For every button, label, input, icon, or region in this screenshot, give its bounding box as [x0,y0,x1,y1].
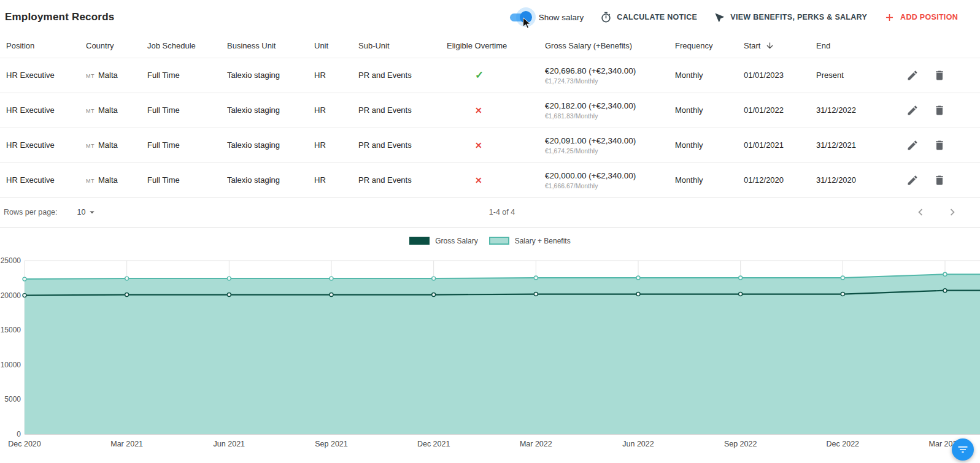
calculate-notice-button[interactable]: CALCULATE NOTICE [600,12,697,23]
cell-business-unit: Talexio staging [222,93,309,128]
column-header-business-unit[interactable]: Business Unit [222,34,309,58]
delete-position-button[interactable] [933,69,946,82]
country-code: MT [86,73,95,79]
calculate-notice-label: CALCULATE NOTICE [617,13,697,21]
cell-unit: HR [309,93,353,128]
edit-position-button[interactable] [906,139,919,151]
column-header-label: Unit [314,41,328,50]
cell-frequency: Monthly [670,163,739,197]
column-header-end[interactable]: End [811,34,884,58]
salary-chart-section: Gross Salary Salary + Benefits 050001000… [0,228,980,462]
delete-position-button[interactable] [933,174,946,186]
delete-trash-icon [933,174,946,186]
column-header-label: End [816,41,830,50]
edit-pencil-icon [906,139,919,151]
cell-frequency: Monthly [670,128,739,163]
legend-item-gross-salary: Gross Salary [409,237,477,245]
next-page-button[interactable] [946,205,959,219]
cross-icon: ✕ [475,175,482,185]
rows-per-page-select[interactable]: 10 [74,206,102,218]
edit-pencil-icon [906,69,919,82]
delete-position-button[interactable] [933,104,946,117]
cross-icon: ✕ [475,105,482,115]
cell-end: 31/12/2022 [811,93,884,128]
gross-salary-value: €20,000.00 (+€2,340.00) [545,171,665,180]
column-header-start[interactable]: Start [739,34,811,58]
cross-icon: ✕ [475,140,482,150]
delete-trash-icon [933,69,946,82]
legend-item-salary-benefits: Salary + Benefits [489,237,571,245]
svg-text:Mar 2021: Mar 2021 [110,440,143,448]
pagination-range: 1-4 of 4 [489,208,515,216]
cell-eligible-overtime: ✕ [442,163,540,197]
svg-text:Dec 2021: Dec 2021 [417,440,450,448]
column-header-sub-unit[interactable]: Sub-Unit [353,34,442,58]
svg-text:Mar 2022: Mar 2022 [520,440,552,448]
column-header-label: Sub-Unit [358,41,390,50]
column-header-position[interactable]: Position [0,34,81,58]
view-benefits-button[interactable]: VIEW BENEFITS, PERKS & SALARY [714,12,867,23]
legend-swatch-gross [409,237,430,245]
show-salary-toggle[interactable] [509,11,532,23]
table-row: HR ExecutiveMTMaltaFull TimeTalexio stag… [0,128,980,163]
column-header-actions[interactable] [884,34,980,58]
cell-job-schedule: Full Time [142,163,222,197]
delete-position-button[interactable] [933,139,946,151]
cell-unit: HR [309,128,353,163]
cell-actions [884,93,980,128]
delete-trash-icon [933,104,946,117]
monthly-salary-value: €1,666.67/Monthly [545,182,665,189]
table-row: HR ExecutiveMTMaltaFull TimeTalexio stag… [0,163,980,197]
column-header-label: Business Unit [227,41,276,50]
timer-icon [600,12,612,23]
add-position-button[interactable]: ADD POSITION [884,12,958,23]
svg-text:10000: 10000 [1,360,21,369]
topbar: Employment Records Show salary CALCULATE… [0,0,980,34]
pagination-bar: Rows per page: 10 1-4 of 4 [0,198,980,228]
country-code: MT [86,143,95,149]
edit-position-button[interactable] [906,174,919,186]
column-header-label: Position [6,41,34,50]
monthly-salary-value: €1,681.83/Monthly [545,112,665,120]
employment-table: PositionCountryJob ScheduleBusiness Unit… [0,34,980,198]
cell-job-schedule: Full Time [142,128,222,163]
plus-icon [884,12,895,23]
cell-sub-unit: PR and Events [353,58,442,93]
edit-position-button[interactable] [906,69,919,82]
cell-end: 31/12/2020 [811,163,884,197]
column-header-frequency[interactable]: Frequency [670,34,739,58]
cell-frequency: Monthly [670,93,739,128]
column-header-label: Gross Salary (+Benefits) [545,41,632,50]
filter-fab-button[interactable] [952,438,974,461]
cell-start: 01/12/2020 [739,163,811,197]
gross-salary-value: €20,182.00 (+€2,340.00) [545,101,665,110]
edit-position-button[interactable] [906,104,919,117]
column-header-country[interactable]: Country [81,34,142,58]
gross-salary-value: €20,091.00 (+€2,340.00) [545,136,665,145]
near-me-icon [714,12,725,23]
cell-eligible-overtime: ✕ [442,128,540,163]
cell-actions [884,128,980,163]
show-salary-label: Show salary [539,13,584,22]
column-header-job-schedule[interactable]: Job Schedule [142,34,222,58]
chart-legend: Gross Salary Salary + Benefits [0,228,980,254]
rows-per-page-label: Rows per page: [4,208,58,216]
table-row: HR ExecutiveMTMaltaFull TimeTalexio stag… [0,93,980,128]
column-header-gross-salary-benefits[interactable]: Gross Salary (+Benefits) [540,34,670,58]
cell-country: MTMalta [81,93,142,128]
previous-page-button[interactable] [914,205,927,219]
cell-eligible-overtime: ✓ [442,58,540,93]
gross-salary-value: €20,696.80 (+€2,340.00) [545,66,665,75]
cell-sub-unit: PR and Events [353,93,442,128]
cell-actions [884,58,980,93]
column-header-unit[interactable]: Unit [309,34,353,58]
column-header-eligible-overtime[interactable]: Eligible Overtime [442,34,540,58]
svg-text:5000: 5000 [4,395,21,404]
column-header-label: Start [744,41,760,50]
sort-desc-icon [765,41,774,50]
cell-country: MTMalta [81,58,142,93]
cell-business-unit: Talexio staging [222,163,309,197]
cell-country: MTMalta [81,163,142,197]
legend-label-gross: Gross Salary [435,237,477,245]
cell-gross-salary: €20,000.00 (+€2,340.00)€1,666.67/Monthly [540,163,670,197]
